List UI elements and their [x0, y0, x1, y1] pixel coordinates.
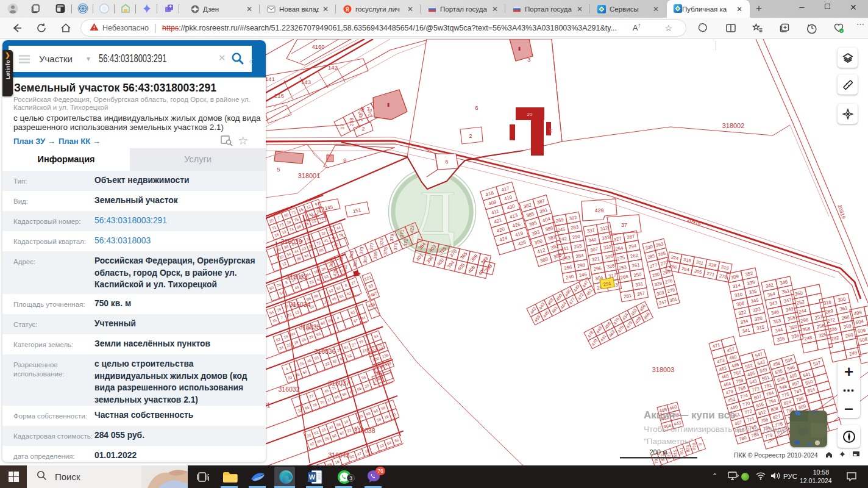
svg-text:"Параметры": "Параметры": [644, 437, 694, 446]
svg-text:376: 376: [393, 243, 399, 251]
svg-text:2: 2: [362, 126, 365, 132]
svg-text:20: 20: [527, 112, 533, 117]
svg-text:367: 367: [363, 256, 369, 264]
svg-text:378: 378: [383, 247, 389, 255]
svg-text:200 м: 200 м: [650, 448, 667, 456]
svg-text:811: 811: [679, 448, 684, 455]
svg-text:W: W: [308, 473, 315, 481]
svg-text:24: 24: [549, 128, 553, 133]
svg-text:3: 3: [527, 56, 530, 63]
svg-text:815: 815: [673, 450, 678, 457]
svg-text:316038: 316038: [354, 427, 375, 434]
svg-text:372: 372: [403, 239, 409, 246]
svg-text:5: 5: [277, 166, 280, 173]
svg-text:316032: 316032: [278, 386, 299, 393]
svg-text:371: 371: [399, 229, 405, 237]
svg-text:318003: 318003: [652, 366, 675, 373]
svg-text:316039: 316039: [280, 238, 302, 245]
svg-text:316036: 316036: [314, 348, 335, 355]
svg-text:369: 369: [372, 251, 379, 259]
svg-text:377: 377: [369, 242, 375, 250]
svg-text:Д: Д: [413, 178, 456, 248]
svg-text:316035: 316035: [299, 323, 320, 331]
svg-text:318002: 318002: [722, 122, 745, 129]
svg-text:141: 141: [265, 76, 275, 82]
svg-text:37: 37: [621, 222, 627, 228]
svg-text:7: 7: [366, 106, 369, 112]
svg-text:4160: 4160: [311, 43, 324, 50]
svg-text:6: 6: [445, 159, 448, 165]
svg-text:316034: 316034: [289, 301, 310, 308]
svg-text:316043: 316043: [328, 451, 349, 459]
svg-text:9: 9: [698, 443, 702, 446]
svg-text:316033: 316033: [286, 273, 307, 281]
svg-text:823: 823: [685, 445, 690, 452]
svg-text:ПКК © Росреестр 2010-2024: ПКК © Росреестр 2010-2024: [734, 451, 818, 459]
svg-text:380: 380: [352, 260, 358, 268]
svg-text:316037: 316037: [328, 379, 349, 387]
svg-text:423: 423: [409, 225, 415, 233]
svg-text:429: 429: [594, 207, 603, 214]
svg-text:379: 379: [389, 234, 395, 242]
svg-text:374: 374: [379, 238, 385, 246]
svg-text:373: 373: [358, 246, 365, 254]
svg-text:▮: ▮: [518, 46, 521, 51]
svg-text:6: 6: [475, 104, 478, 111]
svg-text:Акция — купи всё: Акция — купи всё: [644, 409, 735, 421]
svg-text:2: 2: [469, 133, 472, 139]
svg-text:▮: ▮: [387, 102, 390, 107]
